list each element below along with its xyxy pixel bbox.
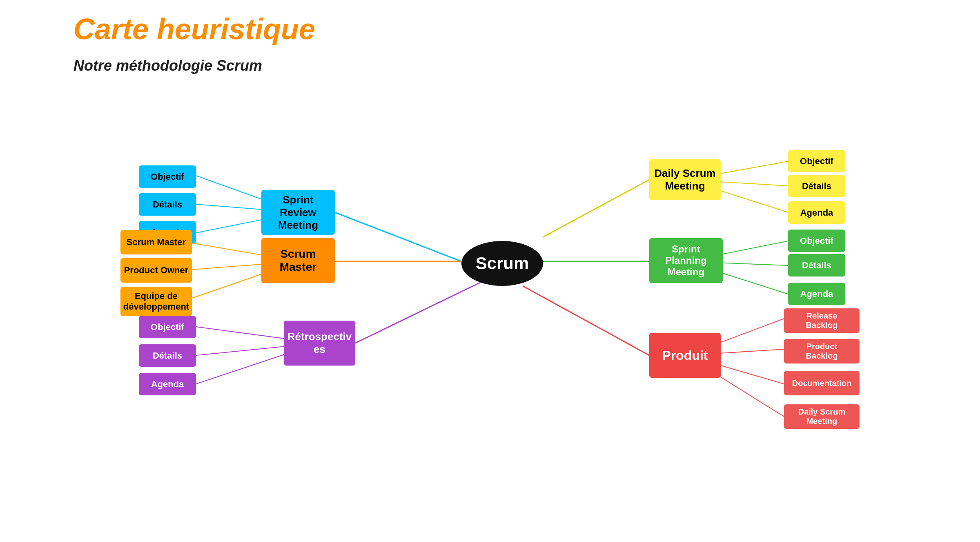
leaf-label: Détails <box>153 350 182 361</box>
scrum-master-leaf: Scrum Master <box>120 230 192 254</box>
leaf-label: Agenda <box>800 289 833 299</box>
documentation-leaf: Documentation <box>784 371 860 395</box>
daily-details: Détails <box>788 175 845 197</box>
scrum-master-label: ScrumMaster <box>280 248 316 274</box>
svg-line-20 <box>523 286 649 355</box>
product-owner-leaf: Product Owner <box>120 258 192 283</box>
leaf-label: Objectif <box>151 172 184 182</box>
leaf-label: Objectif <box>800 236 833 246</box>
planning-agenda: Agenda <box>788 283 845 305</box>
svg-line-0 <box>335 212 461 261</box>
leaf-label: Objectif <box>800 156 833 167</box>
page-subtitle: Notre méthodologie Scrum <box>74 57 262 74</box>
leaf-label: Agenda <box>800 207 833 218</box>
leaf-label: ReleaseBacklog <box>806 311 838 330</box>
scrum-master-node: ScrumMaster <box>261 238 335 283</box>
leaf-label: Détails <box>802 260 831 271</box>
product-backlog-leaf: ProductBacklog <box>784 339 860 364</box>
leaf-label: Daily ScrumMeeting <box>798 407 846 426</box>
retro-label: Rétrospectives <box>287 330 352 356</box>
produit-label: Produit <box>662 348 708 363</box>
center-node: Scrum <box>461 241 543 286</box>
leaf-label: Détails <box>153 199 182 210</box>
sprint-planning-label: SprintPlanningMeeting <box>665 243 706 278</box>
equipe-dev-leaf: Equipe dedéveloppement <box>120 287 192 316</box>
daily-agenda: Agenda <box>788 201 845 224</box>
daily-scrum-node: Daily ScrumMeeting <box>649 159 721 200</box>
planning-objectif: Objectif <box>788 230 845 252</box>
sprint-review-node: SprintReviewMeeting <box>261 190 335 235</box>
planning-details: Détails <box>788 254 845 277</box>
daily-scrum-meeting-leaf: Daily ScrumMeeting <box>784 404 860 429</box>
retro-agenda: Agenda <box>139 373 196 395</box>
retrospectives-node: Rétrospectives <box>284 321 355 366</box>
leaf-label: ProductBacklog <box>806 342 838 361</box>
leaf-label: Equipe dedéveloppement <box>123 291 189 312</box>
retro-details: Détails <box>139 344 196 367</box>
leaf-label: Scrum Master <box>127 237 186 248</box>
sprint-review-label: SprintReviewMeeting <box>278 194 318 232</box>
leaf-label: Agenda <box>151 379 184 390</box>
leaf-label: Documentation <box>792 379 852 388</box>
leaf-label: Product Owner <box>124 265 189 276</box>
sprint-review-objectif: Objectif <box>139 165 196 188</box>
daily-scrum-label: Daily ScrumMeeting <box>654 167 715 192</box>
daily-objectif: Objectif <box>788 150 845 172</box>
sprint-planning-node: SprintPlanningMeeting <box>649 238 723 283</box>
leaf-label: Objectif <box>151 322 184 332</box>
center-label: Scrum <box>476 254 529 273</box>
produit-node: Produit <box>649 333 721 378</box>
page-title: Carte heuristique <box>74 12 315 46</box>
sprint-review-details: Détails <box>139 193 196 216</box>
svg-line-8 <box>355 278 490 343</box>
retro-objectif: Objectif <box>139 316 196 338</box>
leaf-label: Détails <box>802 181 831 192</box>
release-backlog-leaf: ReleaseBacklog <box>784 308 860 333</box>
svg-line-12 <box>543 180 649 237</box>
